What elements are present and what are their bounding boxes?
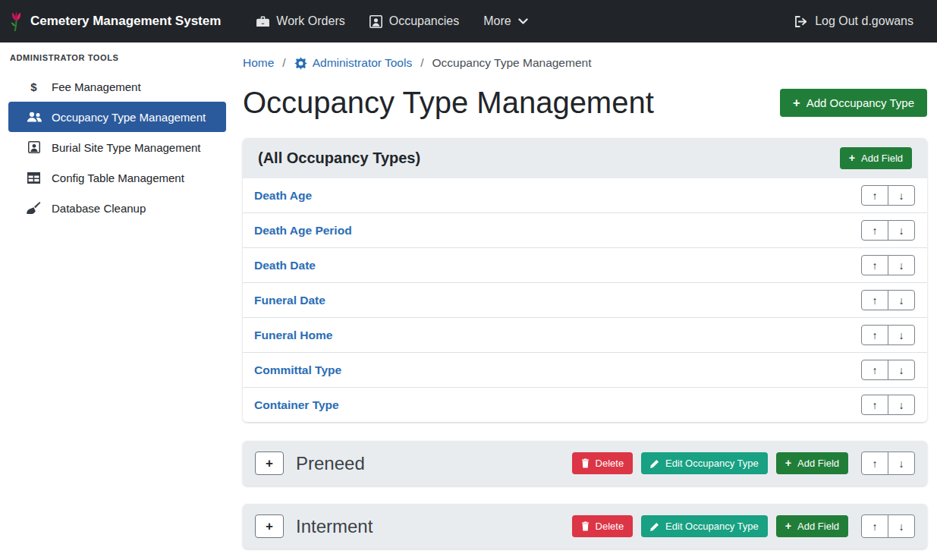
breadcrumb-administrator-tools[interactable]: Administrator Tools [294,56,413,70]
sidebar: Administrator Tools $ Fee Management Occ… [0,42,234,560]
move-up-button[interactable]: ↑ [861,220,888,241]
breadcrumb-home[interactable]: Home [243,56,274,70]
field-link-funeral-date[interactable]: Funeral Date [254,294,325,307]
logout-label: Log Out d.gowans [815,14,913,28]
sidebar-item-config-table-management[interactable]: Config Table Management [8,162,226,193]
add-field-button[interactable]: + Add Field [840,147,912,169]
expand-button[interactable]: + [255,451,284,475]
dollar-icon: $ [26,80,42,93]
delete-label: Delete [596,521,624,532]
add-occupancy-type-label: Add Occupancy Type [807,96,914,109]
field-link-committal-type[interactable]: Committal Type [254,363,341,377]
nav-occupancies-label: Occupancies [389,14,460,28]
section-title: Preneed [296,453,365,474]
reorder-buttons: ↑ ↓ [861,451,915,475]
field-row: Funeral Date ↑ ↓ [243,282,927,317]
navbar-links: Work Orders Occupancies More [247,8,537,34]
nav-more-label: More [483,14,511,28]
breadcrumb: Home / Administrator Tools / Occupancy T… [243,56,927,70]
field-row: Funeral Home ↑ ↓ [243,317,927,352]
move-up-button[interactable]: ↑ [861,325,888,345]
section-actions: Delete Edit Occupancy Type + Add Field ↑… [572,514,915,538]
field-link-death-age[interactable]: Death Age [254,189,312,203]
field-link-container-type[interactable]: Container Type [254,398,339,412]
pencil-icon [650,459,659,468]
reorder-buttons: ↑ ↓ [861,395,915,415]
move-down-button[interactable]: ↓ [888,451,915,475]
delete-label: Delete [596,458,624,469]
expand-button[interactable]: + [255,514,284,538]
occupancy-type-section-preneed: + Preneed Delete Edit Occupancy Type [243,441,927,486]
field-row: Container Type ↑ ↓ [243,387,927,422]
move-down-button[interactable]: ↓ [888,290,915,310]
edit-occupancy-type-button[interactable]: Edit Occupancy Type [641,515,768,537]
breadcrumb-administrator-tools-label: Administrator Tools [313,56,413,70]
gear-icon [294,57,307,70]
add-field-button[interactable]: + Add Field [776,452,848,474]
reorder-buttons: ↑ ↓ [861,220,915,241]
move-down-button[interactable]: ↓ [888,255,915,275]
field-row: Death Age ↑ ↓ [243,178,927,212]
logout-icon [794,16,808,27]
logout-link[interactable]: Log Out d.gowans [785,8,923,34]
add-occupancy-type-button[interactable]: + Add Occupancy Type [780,89,927,117]
move-down-button[interactable]: ↓ [888,514,915,538]
plus-icon: + [785,458,791,468]
edit-occupancy-type-label: Edit Occupancy Type [665,458,759,469]
breadcrumb-separator: / [282,56,285,70]
all-occupancy-types-card: (All Occupancy Types) + Add Field Death … [243,138,927,422]
occupancy-type-section-interment: + Interment Delete Edit Occupancy Type [243,504,927,549]
person-box-icon [369,15,382,28]
table-icon [26,172,42,184]
nav-work-orders-label: Work Orders [276,14,344,28]
trash-icon [581,521,590,531]
move-down-button[interactable]: ↓ [888,360,915,380]
users-icon [26,112,42,122]
move-down-button[interactable]: ↓ [888,395,915,415]
all-occupancy-types-title: (All Occupancy Types) [258,149,420,167]
move-down-button[interactable]: ↓ [888,185,915,206]
nav-occupancies[interactable]: Occupancies [360,8,470,34]
app-brand[interactable]: Cemetery Management System [9,11,221,32]
add-field-button[interactable]: + Add Field [776,515,848,537]
move-up-button[interactable]: ↑ [861,290,888,310]
section-actions: Delete Edit Occupancy Type + Add Field ↑… [572,451,915,475]
move-up-button[interactable]: ↑ [861,451,888,475]
sidebar-item-label: Fee Management [52,80,141,93]
reorder-buttons: ↑ ↓ [861,255,915,275]
sidebar-item-fee-management[interactable]: $ Fee Management [8,71,226,102]
plus-icon: + [793,96,800,109]
sidebar-item-label: Occupancy Type Management [52,111,206,124]
move-up-button[interactable]: ↑ [861,360,888,380]
all-occupancy-types-header: (All Occupancy Types) + Add Field [243,138,927,178]
person-box-icon [26,141,42,153]
section-title: Interment [296,516,373,537]
delete-button[interactable]: Delete [572,515,634,537]
delete-button[interactable]: Delete [572,452,634,474]
field-link-death-date[interactable]: Death Date [254,259,316,272]
chevron-down-icon [518,18,528,25]
broom-icon [26,202,42,214]
navbar-right: Log Out d.gowans [785,8,923,34]
sidebar-item-burial-site-type-management[interactable]: Burial Site Type Management [8,132,226,162]
main-content: Home / Administrator Tools / Occupancy T… [234,42,937,560]
move-up-button[interactable]: ↑ [861,514,888,538]
nav-work-orders[interactable]: Work Orders [247,8,354,34]
field-row: Death Date ↑ ↓ [243,247,927,282]
field-row: Committal Type ↑ ↓ [243,352,927,387]
field-link-funeral-home[interactable]: Funeral Home [254,329,332,342]
sidebar-item-label: Config Table Management [52,171,184,184]
edit-occupancy-type-button[interactable]: Edit Occupancy Type [641,452,768,474]
move-up-button[interactable]: ↑ [861,395,888,415]
move-up-button[interactable]: ↑ [861,255,888,275]
move-down-button[interactable]: ↓ [888,220,915,241]
move-down-button[interactable]: ↓ [888,325,915,345]
sidebar-heading: Administrator Tools [8,50,226,71]
reorder-buttons: ↑ ↓ [861,325,915,345]
field-link-death-age-period[interactable]: Death Age Period [254,224,352,238]
sidebar-item-database-cleanup[interactable]: Database Cleanup [8,193,226,223]
edit-occupancy-type-label: Edit Occupancy Type [665,521,759,532]
sidebar-item-occupancy-type-management[interactable]: Occupancy Type Management [8,102,226,132]
move-up-button[interactable]: ↑ [861,185,888,206]
nav-more[interactable]: More [473,8,537,34]
